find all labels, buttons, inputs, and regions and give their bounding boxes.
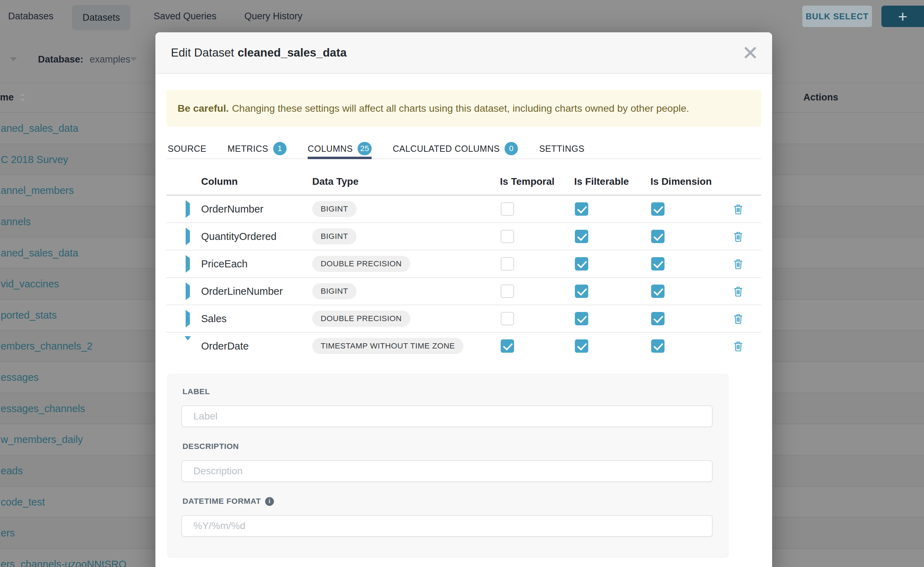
columns-table-rows: OrderNumberBIGINTQuantityOrderedBIGINTPr… [166, 196, 761, 359]
tab-settings[interactable]: SETTINGS [539, 139, 584, 158]
is-filterable-checkbox[interactable] [575, 285, 588, 298]
dataset-link[interactable]: essages_channels [1, 393, 85, 424]
edit-dataset-modal: Edit Datasetcleaned_sales_data Be carefu… [155, 32, 772, 567]
data-type-pill: DOUBLE PRECISION [312, 310, 410, 327]
dataset-link[interactable]: aned_sales_data [1, 113, 78, 144]
delete-column-button[interactable] [715, 286, 761, 297]
tab-metrics[interactable]: METRICS1 [227, 139, 287, 158]
trash-icon [733, 231, 743, 242]
trash-icon [733, 258, 743, 270]
expand-caret-icon[interactable] [186, 228, 190, 245]
dataset-link[interactable]: eads [1, 455, 23, 486]
dataset-link[interactable]: ported_stats [1, 300, 57, 331]
columns-table: ColumnData TypeIs TemporalIs FilterableI… [166, 159, 761, 359]
label-field-label: LABEL [182, 387, 728, 396]
dataset-link[interactable]: C 2018 Survey [1, 144, 68, 175]
warning-text: Changing these settings will affect all … [232, 103, 689, 114]
tab-columns[interactable]: COLUMNS25 [308, 139, 372, 158]
dataset-link[interactable]: essages [1, 362, 39, 393]
description-field-label: DESCRIPTION [182, 442, 728, 451]
columns-table-header: ColumnData TypeIs TemporalIs FilterableI… [166, 159, 761, 196]
dataset-link[interactable]: vid_vaccines [1, 268, 59, 299]
expand-caret-icon[interactable] [186, 255, 190, 273]
is-temporal-checkbox[interactable] [501, 285, 514, 298]
delete-column-button[interactable] [715, 231, 761, 242]
delete-column-button[interactable] [715, 258, 761, 270]
warning-bold-text: Be careful. [178, 103, 229, 114]
is-filterable-checkbox[interactable] [575, 339, 588, 353]
is-dimension-checkbox[interactable] [651, 257, 665, 270]
is-temporal-checkbox[interactable] [501, 230, 514, 243]
datetime-format-input[interactable] [181, 515, 713, 537]
column-name: PriceEach [201, 258, 312, 270]
column-name: OrderDate [201, 340, 312, 352]
name-column-header[interactable]: me [0, 90, 14, 105]
tab-label: SETTINGS [539, 144, 584, 154]
is-dimension-checkbox[interactable] [651, 339, 665, 353]
database-filter-value[interactable]: examples [90, 52, 131, 67]
column-row-Sales: SalesDOUBLE PRECISION [166, 305, 761, 333]
database-filter-label: Database: [38, 52, 83, 67]
screen: DatabasesDatasetsSaved QueriesQuery Hist… [0, 0, 924, 567]
is-temporal-checkbox[interactable] [501, 202, 514, 216]
is-temporal-checkbox[interactable] [501, 257, 514, 270]
expand-caret-icon[interactable] [186, 200, 190, 218]
database-dropdown-caret-icon[interactable] [130, 57, 137, 61]
dataset-link[interactable]: aned_sales_data [1, 237, 78, 268]
is-dimension-checkbox[interactable] [651, 230, 665, 243]
modal-body: Be careful. Changing these settings will… [155, 90, 772, 558]
tab-badge: 1 [273, 142, 287, 155]
dataset-link[interactable]: annels [1, 206, 31, 237]
nav-item-query-history[interactable]: Query History [244, 0, 302, 32]
dataset-link[interactable]: ers_channels-uzooNNtSRO [1, 549, 126, 567]
modal-title: Edit Datasetcleaned_sales_data [171, 46, 347, 59]
tab-badge: 25 [358, 142, 371, 155]
sort-icon[interactable] [20, 93, 25, 102]
is-temporal-checkbox[interactable] [501, 339, 514, 353]
trash-icon [733, 341, 743, 352]
dataset-link[interactable]: annel_members [1, 175, 74, 206]
expand-caret-icon[interactable] [186, 310, 190, 327]
modal-header: Edit Datasetcleaned_sales_data [155, 32, 772, 74]
tab-label: SOURCE [168, 144, 206, 154]
collapse-caret-icon[interactable] [185, 336, 191, 352]
dataset-link[interactable]: w_members_daily [1, 424, 83, 455]
nav-item-saved-queries[interactable]: Saved Queries [153, 0, 217, 32]
column-name: QuantityOrdered [201, 231, 312, 242]
filter-dropdown-caret-icon[interactable] [10, 57, 17, 61]
expand-caret-icon[interactable] [186, 282, 190, 300]
header-spacer [166, 176, 201, 187]
dataset-link[interactable]: code_test [1, 486, 45, 518]
datetime-format-field-label: DATETIME FORMAT i [182, 497, 728, 506]
label-input[interactable] [181, 405, 713, 427]
nav-item-datasets[interactable]: Datasets [72, 5, 131, 30]
dataset-link[interactable]: ers [1, 518, 15, 548]
column-header-data-type: Data Type [312, 176, 500, 187]
is-temporal-checkbox[interactable] [501, 312, 514, 325]
close-icon[interactable] [744, 46, 757, 59]
delete-column-button[interactable] [715, 341, 761, 352]
warning-banner: Be careful. Changing these settings will… [166, 90, 761, 127]
column-name: OrderNumber [201, 203, 312, 215]
tab-calculated-columns[interactable]: CALCULATED COLUMNS0 [393, 139, 518, 158]
bulk-select-button[interactable]: BULK SELECT [802, 6, 872, 27]
delete-column-button[interactable] [715, 204, 761, 214]
is-dimension-checkbox[interactable] [651, 285, 665, 298]
is-filterable-checkbox[interactable] [575, 202, 588, 216]
tab-source[interactable]: SOURCE [168, 139, 206, 158]
is-dimension-checkbox[interactable] [651, 312, 665, 325]
nav-item-databases[interactable]: Databases [8, 0, 53, 32]
modal-dataset-name: cleaned_sales_data [238, 46, 347, 59]
is-filterable-checkbox[interactable] [575, 257, 588, 270]
is-filterable-checkbox[interactable] [575, 230, 588, 243]
is-dimension-checkbox[interactable] [651, 202, 665, 216]
info-icon[interactable]: i [265, 497, 274, 506]
datetime-format-label-text: DATETIME FORMAT [182, 497, 261, 506]
add-dataset-button[interactable]: + [882, 6, 924, 27]
delete-column-button[interactable] [715, 314, 761, 324]
data-type-pill: TIMESTAMP WITHOUT TIME ZONE [312, 338, 464, 354]
dataset-link[interactable]: embers_channels_2 [1, 331, 92, 362]
data-type-pill: DOUBLE PRECISION [312, 256, 410, 272]
description-input[interactable] [181, 460, 713, 482]
is-filterable-checkbox[interactable] [575, 312, 588, 325]
